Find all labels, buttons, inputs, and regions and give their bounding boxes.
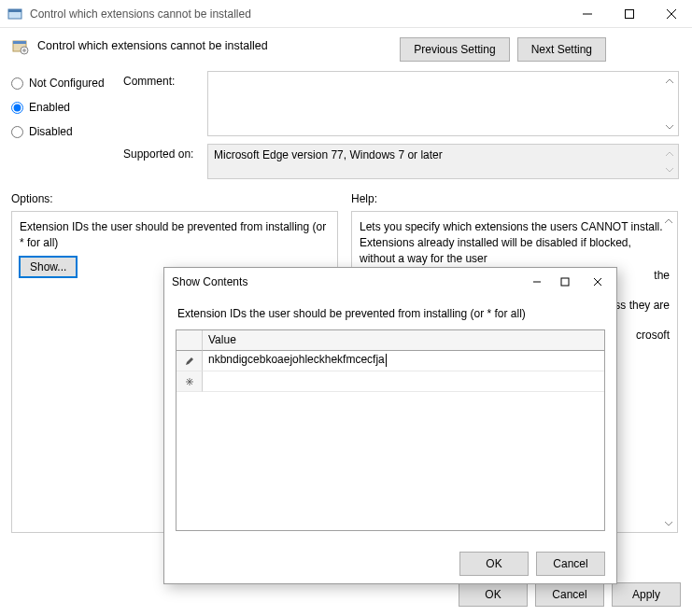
- radio-enabled[interactable]: Enabled: [11, 101, 123, 114]
- options-list-label: Extension IDs the user should be prevent…: [20, 219, 330, 251]
- dialog-title: Show Contents: [172, 275, 523, 288]
- scroll-down-icon[interactable]: [660, 515, 676, 531]
- radio-enabled-input[interactable]: [11, 102, 23, 114]
- comment-textbox[interactable]: [207, 71, 679, 136]
- table-row[interactable]: [177, 371, 604, 392]
- radio-not-configured[interactable]: Not Configured: [11, 77, 123, 90]
- window-title: Control which extensions cannot be insta…: [30, 7, 566, 21]
- table-row[interactable]: nkbndigcebkoaejohleckhekfmcecfja: [177, 351, 604, 371]
- grid-cell-value[interactable]: nkbndigcebkoaejohleckhekfmcecfja: [203, 351, 604, 371]
- dialog-titlebar: Show Contents: [164, 268, 616, 296]
- radio-not-configured-input[interactable]: [11, 77, 23, 90]
- policy-icon: [11, 37, 30, 56]
- dialog-ok-button[interactable]: OK: [459, 552, 529, 576]
- radio-disabled-input[interactable]: [11, 126, 23, 138]
- window-titlebar: Control which extensions cannot be insta…: [0, 0, 692, 28]
- help-scrollbar[interactable]: [660, 213, 676, 531]
- dialog-subtitle: Extension IDs the user should be prevent…: [177, 307, 605, 320]
- svg-rect-3: [625, 9, 633, 18]
- dialog-maximize-button[interactable]: [551, 271, 579, 293]
- supported-on-box: Microsoft Edge version 77, Windows 7 or …: [207, 144, 679, 179]
- minimize-button[interactable]: [566, 0, 608, 28]
- close-button[interactable]: [650, 0, 692, 28]
- dialog-cancel-button[interactable]: Cancel: [536, 552, 605, 576]
- app-icon: [7, 7, 22, 21]
- scroll-down-icon[interactable]: [661, 119, 677, 134]
- next-setting-button[interactable]: Next Setting: [517, 37, 606, 62]
- value-grid[interactable]: Value nkbndigcebkoaejohleckhekfmcecfja: [176, 329, 605, 531]
- scroll-down-icon: [661, 161, 677, 177]
- help-text-line1: Lets you specify which extensions the us…: [360, 219, 670, 266]
- comment-label: Comment:: [123, 71, 207, 136]
- dialog-minimize-button[interactable]: [523, 271, 551, 293]
- row-indicator-editing-icon: [177, 351, 203, 371]
- cancel-button[interactable]: Cancel: [535, 582, 604, 607]
- ok-button[interactable]: OK: [459, 582, 528, 607]
- show-button[interactable]: Show...: [20, 257, 77, 277]
- radio-enabled-label: Enabled: [29, 101, 70, 114]
- radio-not-configured-label: Not Configured: [29, 77, 105, 90]
- scroll-up-icon[interactable]: [660, 213, 676, 229]
- state-radio-group: Not Configured Enabled Disabled: [11, 71, 123, 149]
- comment-scrollbar[interactable]: [661, 73, 677, 134]
- dialog-close-button[interactable]: [579, 271, 616, 293]
- scroll-up-icon[interactable]: [661, 73, 677, 89]
- grid-corner-header: [177, 330, 203, 351]
- svg-rect-1: [8, 9, 21, 12]
- options-section-label: Options:: [11, 192, 338, 205]
- maximize-button[interactable]: [608, 0, 650, 28]
- row-indicator-new-icon: [177, 371, 203, 392]
- svg-rect-7: [13, 41, 26, 44]
- grid-cell-value[interactable]: [203, 371, 604, 392]
- apply-button[interactable]: Apply: [612, 582, 681, 607]
- grid-column-header-value[interactable]: Value: [203, 330, 604, 351]
- previous-setting-button[interactable]: Previous Setting: [400, 37, 509, 62]
- radio-disabled-label: Disabled: [29, 125, 73, 138]
- svg-rect-10: [561, 278, 569, 286]
- scroll-up-icon: [661, 146, 677, 161]
- page-title: Control which extensions cannot be insta…: [37, 37, 268, 52]
- radio-disabled[interactable]: Disabled: [11, 125, 123, 138]
- show-contents-dialog: Show Contents Extension IDs the user sho…: [163, 267, 617, 584]
- supported-scrollbar: [661, 146, 677, 177]
- help-section-label: Help:: [351, 192, 681, 205]
- text-caret: [386, 354, 387, 367]
- supported-label: Supported on:: [123, 144, 207, 179]
